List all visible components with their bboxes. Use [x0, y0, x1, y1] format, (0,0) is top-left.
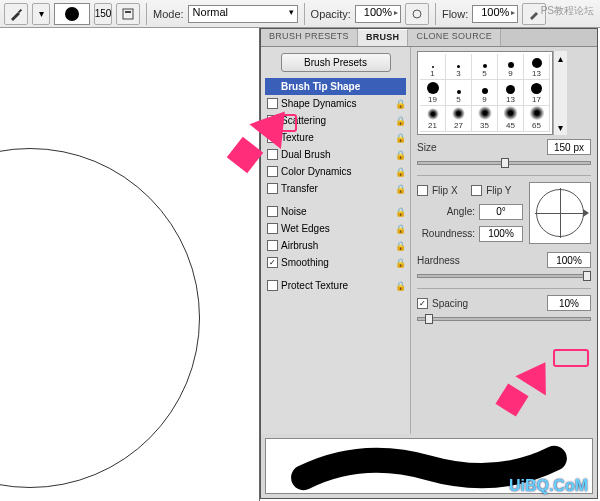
svg-rect-1	[123, 9, 133, 19]
brush-tip-13[interactable]: 13	[498, 80, 524, 106]
brush-options-list: Brush Presets Brush Tip Shape Shape Dyna…	[261, 47, 411, 434]
brush-tip-9[interactable]: 9	[498, 54, 524, 80]
lock-icon: 🔒	[395, 241, 404, 251]
option-label: Wet Edges	[281, 223, 330, 234]
option-checkbox[interactable]	[267, 257, 278, 268]
option-label: Transfer	[281, 183, 318, 194]
option-checkbox[interactable]	[267, 206, 278, 217]
brush-tip-65[interactable]: 65	[524, 106, 550, 132]
option-checkbox[interactable]	[267, 149, 278, 160]
option-protect-texture[interactable]: Protect Texture🔒	[265, 277, 406, 294]
grid-scrollbar[interactable]: ▴▾	[553, 51, 567, 135]
hardness-label: Hardness	[417, 255, 460, 266]
option-label: Dual Brush	[281, 149, 330, 160]
roundness-input[interactable]: 100%	[479, 226, 523, 242]
brush-panel-toggle-icon[interactable]	[116, 3, 140, 25]
hardness-input[interactable]: 100%	[547, 252, 591, 268]
brush-tip-13[interactable]: 13	[524, 54, 550, 80]
tool-preset-dropdown[interactable]: ▾	[32, 3, 50, 25]
brush-preview-chip[interactable]	[54, 3, 90, 25]
svg-rect-0	[18, 8, 22, 12]
brush-settings: 135913195913172127354565 ▴▾ Size 150 px …	[411, 47, 597, 434]
brush-tip-19[interactable]: 19	[420, 80, 446, 106]
tab-brush-presets[interactable]: BRUSH PRESETS	[261, 29, 358, 46]
spacing-input[interactable]: 10%	[547, 295, 591, 311]
flow-label: Flow:	[442, 8, 468, 20]
flipx-checkbox[interactable]	[417, 185, 428, 196]
circle-path	[0, 148, 200, 488]
lock-icon: 🔒	[395, 150, 404, 160]
option-checkbox[interactable]	[267, 240, 278, 251]
option-checkbox[interactable]	[267, 183, 278, 194]
brush-tip-45[interactable]: 45	[498, 106, 524, 132]
lock-icon: 🔒	[395, 258, 404, 268]
brush-tip-1[interactable]: 1	[420, 54, 446, 80]
size-input[interactable]: 150 px	[547, 139, 591, 155]
brush-tool-icon[interactable]	[4, 3, 28, 25]
lock-icon: 🔒	[395, 184, 404, 194]
spacing-slider[interactable]	[417, 317, 591, 321]
brush-tip-5[interactable]: 5	[472, 54, 498, 80]
lock-icon: 🔒	[395, 207, 404, 217]
lock-icon: 🔒	[395, 224, 404, 234]
size-label: Size	[417, 142, 436, 153]
brush-size-dropdown[interactable]: 150	[94, 3, 112, 25]
option-smoothing[interactable]: Smoothing🔒	[265, 254, 406, 271]
panel-tabs: BRUSH PRESETS BRUSH CLONE SOURCE	[261, 29, 597, 47]
angle-dial[interactable]	[529, 182, 591, 244]
brush-tip-21[interactable]: 21	[420, 106, 446, 132]
flipy-checkbox[interactable]	[471, 185, 482, 196]
lock-icon: 🔒	[395, 133, 404, 143]
tab-brush[interactable]: BRUSH	[358, 29, 409, 46]
opacity-label: Opacity:	[311, 8, 351, 20]
option-checkbox[interactable]	[267, 280, 278, 291]
brush-tip-17[interactable]: 17	[524, 80, 550, 106]
brush-tip-grid[interactable]: 135913195913172127354565	[417, 51, 553, 135]
size-slider[interactable]	[417, 161, 591, 165]
option-dual-brush[interactable]: Dual Brush🔒	[265, 146, 406, 163]
lock-icon: 🔒	[395, 99, 404, 109]
option-label: Shape Dynamics	[281, 98, 357, 109]
brush-tip-35[interactable]: 35	[472, 106, 498, 132]
brush-presets-button[interactable]: Brush Presets	[281, 53, 391, 72]
brush-tip-3[interactable]: 3	[446, 54, 472, 80]
angle-label: Angle:	[417, 206, 475, 217]
lock-icon: 🔒	[395, 116, 404, 126]
opacity-input[interactable]: 100%	[355, 5, 401, 23]
watermark-corner: PS教程论坛	[541, 4, 594, 18]
option-label: Airbrush	[281, 240, 318, 251]
blend-mode-select[interactable]: Normal	[188, 5, 298, 23]
option-airbrush[interactable]: Airbrush🔒	[265, 237, 406, 254]
option-label: Color Dynamics	[281, 166, 352, 177]
option-wet-edges[interactable]: Wet Edges🔒	[265, 220, 406, 237]
option-checkbox[interactable]	[267, 223, 278, 234]
highlight-spacing-value	[553, 349, 589, 367]
watermark: UiBQ.CoM	[509, 477, 588, 495]
brush-panel: BRUSH PRESETS BRUSH CLONE SOURCE Brush P…	[260, 28, 598, 499]
spacing-label: Spacing	[432, 298, 468, 309]
option-label: Noise	[281, 206, 307, 217]
roundness-label: Roundness:	[417, 228, 475, 239]
option-transfer[interactable]: Transfer🔒	[265, 180, 406, 197]
svg-rect-2	[125, 11, 131, 13]
brush-tip-shape-row[interactable]: Brush Tip Shape	[265, 78, 406, 95]
brush-tip-9[interactable]: 9	[472, 80, 498, 106]
option-checkbox[interactable]	[267, 166, 278, 177]
angle-input[interactable]: 0°	[479, 204, 523, 220]
flow-input[interactable]: 100%	[472, 5, 518, 23]
option-noise[interactable]: Noise🔒	[265, 203, 406, 220]
options-bar: ▾ 150 Mode: Normal Opacity: 100% Flow: 1…	[0, 0, 600, 28]
canvas[interactable]	[0, 28, 260, 501]
tab-clone-source[interactable]: CLONE SOURCE	[408, 29, 501, 46]
option-label: Smoothing	[281, 257, 329, 268]
mode-label: Mode:	[153, 8, 184, 20]
option-label: Protect Texture	[281, 280, 348, 291]
brush-tip-27[interactable]: 27	[446, 106, 472, 132]
option-shape-dynamics[interactable]: Shape Dynamics🔒	[265, 95, 406, 112]
tablet-opacity-icon[interactable]	[405, 3, 429, 25]
svg-point-3	[413, 10, 421, 18]
hardness-slider[interactable]	[417, 274, 591, 278]
brush-tip-5[interactable]: 5	[446, 80, 472, 106]
spacing-checkbox[interactable]	[417, 298, 428, 309]
option-color-dynamics[interactable]: Color Dynamics🔒	[265, 163, 406, 180]
